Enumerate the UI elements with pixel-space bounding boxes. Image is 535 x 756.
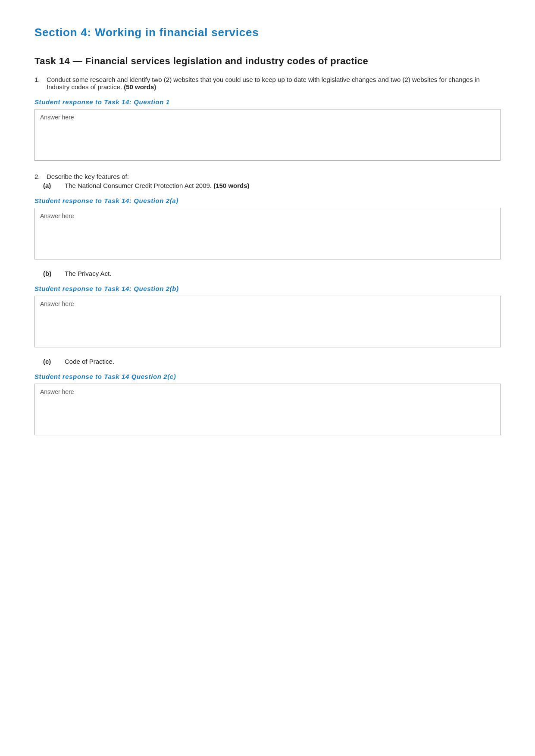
q1-answer-placeholder: Answer here [40,114,74,121]
q2b-text: The Privacy Act. [65,270,501,277]
q2c-label: (c) [43,358,56,365]
q1-response-label: Student response to Task 14: Question 1 [34,98,501,106]
q2a-text: The National Consumer Credit Protection … [65,182,501,189]
q2c-response-label: Student response to Task 14 Question 2(c… [34,373,501,380]
q2-number: 2. [34,173,43,180]
q2a-answer-box[interactable]: Answer here [34,208,501,259]
q2c-answer-box[interactable]: Answer here [34,384,501,435]
q2b-answer-placeholder: Answer here [40,300,74,307]
section-title: Section 4: Working in financial services [34,26,501,39]
q2b-answer-box[interactable]: Answer here [34,296,501,347]
q2a-sub: (a) The National Consumer Credit Protect… [43,182,501,189]
q2-text: Describe the key features of: [47,173,501,180]
q2a-word-count: (150 words) [213,182,249,189]
q2a-label: (a) [43,182,56,189]
q2a-response-label: Student response to Task 14: Question 2(… [34,197,501,204]
question-1-block: 1. Conduct some research and identify tw… [34,76,501,161]
q2b-response-label: Student response to Task 14: Question 2(… [34,285,501,292]
q2b-sub: (b) The Privacy Act. [43,270,501,277]
question-2-block: 2. Describe the key features of: (a) The… [34,173,501,435]
q2a-answer-placeholder: Answer here [40,212,74,219]
q1-text: Conduct some research and identify two (… [47,76,501,91]
q2b-label: (b) [43,270,56,277]
q2c-sub: (c) Code of Practice. [43,358,501,365]
q1-word-count: (50 words) [124,83,156,91]
q1-answer-box[interactable]: Answer here [34,109,501,161]
task-title: Task 14 — Financial services legislation… [34,55,501,68]
q2c-text: Code of Practice. [65,358,501,365]
q2c-answer-placeholder: Answer here [40,388,74,395]
q1-number: 1. [34,76,43,91]
